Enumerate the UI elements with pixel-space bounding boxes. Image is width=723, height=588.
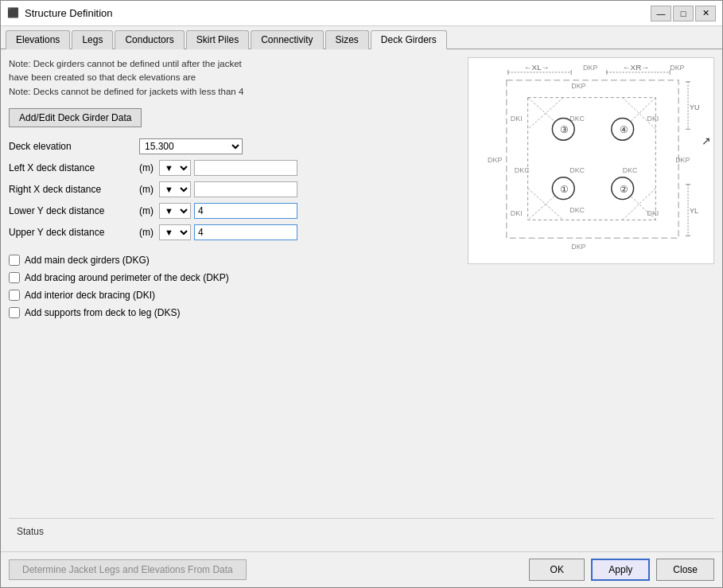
upper-y-unit: (m) <box>139 227 154 238</box>
svg-text:DKP: DKP <box>675 156 690 164</box>
left-x-unit: (m) <box>139 162 154 173</box>
right-x-unit: (m) <box>139 184 154 195</box>
main-row: Note: Deck girders cannot be defined unt… <box>9 57 714 513</box>
svg-text:DKP: DKP <box>583 64 597 72</box>
svg-text:YL: YL <box>690 207 698 215</box>
svg-text:①: ① <box>560 184 569 195</box>
title-bar: ⬛ Structure Definition — □ ✕ <box>1 1 722 26</box>
content-area: Note: Deck girders cannot be defined unt… <box>1 49 722 551</box>
checkbox-dkg-label: Add main deck girders (DKG) <box>25 255 150 266</box>
svg-text:③: ③ <box>560 124 569 135</box>
tab-bar: Elevations Legs Conductors Skirt Piles C… <box>1 26 722 49</box>
left-x-label: Left X deck distance <box>9 162 136 173</box>
svg-text:YU: YU <box>690 103 699 111</box>
checkbox-dkp-label: Add bracing around perimeter of the deck… <box>25 272 229 283</box>
svg-text:DKP: DKP <box>571 243 585 251</box>
svg-text:←XL→: ←XL→ <box>524 63 550 72</box>
right-x-row: Right X deck distance (m) ▼ <box>9 181 458 197</box>
svg-text:↗: ↗ <box>702 134 711 147</box>
checkbox-dki[interactable] <box>9 290 20 301</box>
checkbox-dki-row: Add interior deck bracing (DKI) <box>9 290 458 301</box>
right-x-unit-select[interactable]: ▼ <box>159 181 191 197</box>
left-x-input[interactable] <box>194 160 297 176</box>
svg-text:DKC: DKC <box>515 166 530 174</box>
determine-button[interactable]: Determine Jacket Legs and Elevations Fro… <box>9 559 247 580</box>
checkbox-dki-label: Add interior deck bracing (DKI) <box>25 290 155 301</box>
tab-legs[interactable]: Legs <box>72 30 113 49</box>
bottom-right-buttons: OK Apply Close <box>529 559 714 581</box>
svg-text:DKC: DKC <box>623 166 638 174</box>
upper-y-row: Upper Y deck distance (m) ▼ <box>9 224 458 240</box>
svg-text:←XR→: ←XR→ <box>623 63 650 72</box>
title-controls: — □ ✕ <box>651 6 716 21</box>
checkbox-dkp-row: Add bracing around perimeter of the deck… <box>9 272 458 283</box>
checkbox-dks-label: Add supports from deck to leg (DKS) <box>25 307 180 318</box>
checkbox-dkg[interactable] <box>9 255 20 266</box>
apply-button[interactable]: Apply <box>591 559 650 581</box>
status-label: Status <box>17 526 44 537</box>
lower-y-label: Lower Y deck distance <box>9 205 136 216</box>
svg-text:DKI: DKI <box>647 115 659 123</box>
checkbox-dks-row: Add supports from deck to leg (DKS) <box>9 307 458 318</box>
note-1: Note: Deck girders cannot be defined unt… <box>9 57 458 99</box>
lower-y-unit: (m) <box>139 205 154 216</box>
checkbox-dkg-row: Add main deck girders (DKG) <box>9 255 458 266</box>
left-x-unit-select[interactable]: ▼ <box>159 160 191 176</box>
svg-text:DKC: DKC <box>569 166 585 174</box>
tab-sizes[interactable]: Sizes <box>325 30 369 49</box>
window-title: Structure Definition <box>25 7 113 19</box>
deck-elevation-label: Deck elevation <box>9 141 136 152</box>
left-x-row: Left X deck distance (m) ▼ <box>9 160 458 176</box>
checkbox-dkp[interactable] <box>9 272 20 283</box>
checkboxes-group: Add main deck girders (DKG) Add bracing … <box>9 255 458 318</box>
window-icon: ⬛ <box>7 7 20 20</box>
svg-text:DKI: DKI <box>647 209 659 217</box>
deck-elevation-select[interactable]: 15.300 <box>139 138 243 154</box>
left-panel: Note: Deck girders cannot be defined unt… <box>9 57 458 513</box>
bottom-bar: Determine Jacket Legs and Elevations Fro… <box>1 551 722 587</box>
svg-text:④: ④ <box>620 124 628 135</box>
right-x-input[interactable] <box>194 181 297 197</box>
svg-text:DKP: DKP <box>571 82 585 90</box>
svg-text:DKC: DKC <box>569 206 585 214</box>
lower-y-unit-select[interactable]: ▼ <box>159 203 191 219</box>
diagram-panel: ←XL→ ←XR→ DKP DKP YU <box>468 57 714 264</box>
minimize-button[interactable]: — <box>651 6 671 21</box>
ok-button[interactable]: OK <box>529 559 585 581</box>
title-bar-left: ⬛ Structure Definition <box>7 7 113 20</box>
main-window: ⬛ Structure Definition — □ ✕ Elevations … <box>0 0 723 588</box>
close-button[interactable]: ✕ <box>695 6 716 21</box>
tab-skirt-piles[interactable]: Skirt Piles <box>186 30 249 49</box>
svg-text:DKP: DKP <box>670 64 684 72</box>
svg-text:DKI: DKI <box>511 115 523 123</box>
svg-text:DKP: DKP <box>488 156 502 164</box>
tab-conductors[interactable]: Conductors <box>115 30 184 49</box>
status-bar: Status <box>9 518 714 543</box>
deck-elevation-row: Deck elevation 15.300 <box>9 138 458 154</box>
upper-y-input[interactable] <box>194 224 297 240</box>
maximize-button[interactable]: □ <box>673 6 694 21</box>
add-edit-button[interactable]: Add/Edit Deck Girder Data <box>9 108 142 127</box>
tab-elevations[interactable]: Elevations <box>6 30 70 49</box>
svg-text:DKI: DKI <box>511 209 523 217</box>
tab-deck-girders[interactable]: Deck Girders <box>371 30 447 49</box>
svg-text:②: ② <box>620 184 628 195</box>
lower-y-input[interactable] <box>194 203 297 219</box>
diagram-svg: ←XL→ ←XR→ DKP DKP YU <box>468 58 713 263</box>
lower-y-row: Lower Y deck distance (m) ▼ <box>9 203 458 219</box>
upper-y-unit-select[interactable]: ▼ <box>159 224 191 240</box>
checkbox-dks[interactable] <box>9 307 20 318</box>
tab-connectivity[interactable]: Connectivity <box>251 30 323 49</box>
right-x-label: Right X deck distance <box>9 184 136 195</box>
close-dialog-button[interactable]: Close <box>656 559 714 581</box>
upper-y-label: Upper Y deck distance <box>9 227 136 238</box>
